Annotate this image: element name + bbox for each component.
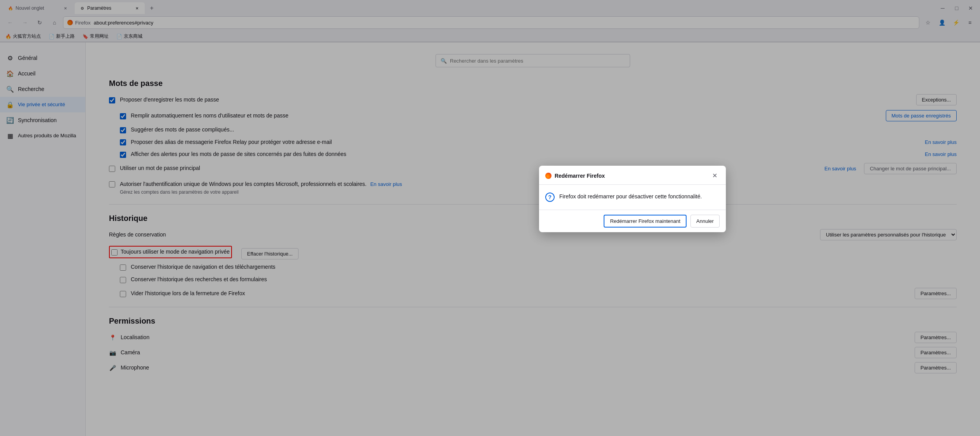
history-header: Règles de conservation Utiliser les para… <box>109 229 957 240</box>
checkbox-auth-windows[interactable] <box>109 181 115 187</box>
cancel-button[interactable]: Annuler <box>690 215 720 228</box>
sync-icon: ⚡ <box>953 19 959 26</box>
checkbox-suggest-complex[interactable] <box>120 127 126 133</box>
account-button[interactable]: 👤 <box>936 16 948 29</box>
label-clear-on-close: Vider l'historique lors de la fermeture … <box>131 290 910 298</box>
row-suggest-complex: Suggérer des mots de passe compliqués... <box>120 126 957 134</box>
checkbox-keep-nav[interactable] <box>120 264 126 271</box>
search-box[interactable]: 🔍 <box>436 54 630 67</box>
always-private-row-highlighted: Toujours utiliser le mode de navigation … <box>109 246 232 258</box>
search-settings-input[interactable] <box>450 58 625 64</box>
camera-settings-button[interactable]: Paramètres... <box>915 347 957 358</box>
checkbox-clear-on-close[interactable] <box>120 291 126 297</box>
address-favicon <box>67 20 73 25</box>
home-button[interactable]: ⌂ <box>48 16 61 29</box>
checkbox-use-master[interactable] <box>109 166 115 172</box>
restart-now-button[interactable]: Redémarrer Firefox maintenant <box>604 215 687 228</box>
sidebar-label-sync: Synchronisation <box>18 117 57 123</box>
row-propose-save: Proposer d'enregistrer les mots de passe… <box>109 94 957 105</box>
star-icon: ☆ <box>926 19 931 26</box>
clear-history-button[interactable]: Effacer l'historique... <box>241 248 299 259</box>
label-keep-search: Conserver l'historique des recherches et… <box>131 276 957 284</box>
dialog-title: Redémarrer Firefox <box>555 173 605 179</box>
history-dropdown[interactable]: Utiliser les paramètres personnalisés po… <box>820 229 957 240</box>
permissions-section: Permissions 📍 Localisation Paramètres...… <box>109 317 957 373</box>
history-section: Historique Règles de conservation Utilis… <box>109 214 957 299</box>
history-title: Historique <box>109 214 957 223</box>
sidebar-label-home: Accueil <box>18 70 35 77</box>
sidebar-item-search[interactable]: 🔍 Recherche <box>0 81 85 97</box>
bookmark-icon-2: 📄 <box>49 34 54 39</box>
location-settings-button[interactable]: Paramètres... <box>915 332 957 343</box>
bookmark-label-1: 火狐官方站点 <box>13 33 41 40</box>
search-box-container: 🔍 <box>109 54 957 67</box>
window-close-button[interactable]: ✕ <box>964 2 977 14</box>
new-tab-button[interactable]: + <box>146 3 157 14</box>
reload-icon: ↻ <box>37 19 42 26</box>
checkbox-keep-search[interactable] <box>120 277 126 283</box>
row-keep-search: Conserver l'historique des recherches et… <box>120 276 957 284</box>
dialog-header: Redémarrer Firefox ✕ <box>539 166 726 185</box>
restore-button[interactable]: □ <box>950 2 963 14</box>
label-auth-windows: Autoriser l'authentification unique de W… <box>120 181 367 187</box>
sync-sidebar-icon: 🔄 <box>6 116 14 124</box>
location-label: Localisation <box>121 334 910 341</box>
mozilla-icon: ▦ <box>6 132 14 140</box>
forward-button[interactable]: → <box>19 16 31 29</box>
sidebar-item-general[interactable]: ⚙ Général <box>0 50 85 66</box>
back-button[interactable]: ← <box>4 16 16 29</box>
history-sub-options: Conserver l'historique de navigation et … <box>109 263 957 299</box>
dialog-close-button[interactable]: ✕ <box>710 171 720 180</box>
tab-settings-close[interactable]: ✕ <box>134 5 140 11</box>
permission-camera-row: 📷 Caméra Paramètres... <box>109 347 957 358</box>
bookmark-item-1[interactable]: 🔥 火狐官方站点 <box>4 32 42 40</box>
checkbox-display-alerts[interactable] <box>120 152 126 158</box>
camera-icon: 📷 <box>109 349 116 356</box>
microphone-settings-button[interactable]: Paramètres... <box>915 362 957 373</box>
saved-passwords-button[interactable]: Mots de passe enregistrés <box>886 110 957 121</box>
learn-more-aliases[interactable]: En savoir plus <box>925 139 957 145</box>
address-prefix: Firefox <box>75 20 91 26</box>
sidebar-item-mozilla[interactable]: ▦ Autres produits de Mozilla <box>0 128 85 144</box>
minimize-button[interactable]: ─ <box>936 2 949 14</box>
exceptions-button[interactable]: Exceptions... <box>916 94 957 105</box>
sidebar-item-sync[interactable]: 🔄 Synchronisation <box>0 112 85 128</box>
sidebar-label-general: Général <box>18 55 37 61</box>
tab-new-label: Nouvel onglet <box>16 5 44 11</box>
row-auth-windows: Autoriser l'authentification unique de W… <box>109 179 957 197</box>
learn-more-alerts[interactable]: En savoir plus <box>925 151 957 157</box>
bookmark-label-3: 常用网址 <box>90 33 109 40</box>
sidebar-label-privacy: Vie privée et sécurité <box>18 102 65 108</box>
reload-button[interactable]: ↻ <box>33 16 46 29</box>
label-suggest-complex: Suggérer des mots de passe compliqués... <box>131 126 957 134</box>
bookmark-label-4: 京东商城 <box>124 33 142 40</box>
checkbox-propose-aliases[interactable] <box>120 139 126 145</box>
bookmark-item-2[interactable]: 📄 新手上路 <box>47 32 76 40</box>
history-settings-button[interactable]: Paramètres... <box>915 288 957 299</box>
address-bar[interactable]: Firefox about:preferences#privacy <box>63 16 919 29</box>
account-icon: 👤 <box>939 19 945 26</box>
menu-button[interactable]: ≡ <box>964 16 976 29</box>
bookmark-icon-4: 📄 <box>116 34 122 39</box>
row-clear-on-close: Vider l'historique lors de la fermeture … <box>120 288 957 299</box>
tab-new-close[interactable]: ✕ <box>62 5 68 11</box>
checkbox-propose-save[interactable] <box>109 97 115 103</box>
checkbox-autofill[interactable] <box>120 113 126 119</box>
sidebar-item-privacy[interactable]: 🔒 Vie privée et sécurité <box>0 97 85 112</box>
change-master-button[interactable]: Changer le mot de passe principal... <box>864 163 957 174</box>
star-button[interactable]: ☆ <box>922 16 934 29</box>
sync-button[interactable]: ⚡ <box>950 16 962 29</box>
row-keep-nav: Conserver l'historique de navigation et … <box>120 263 957 271</box>
microphone-label: Microphone <box>121 364 910 372</box>
bookmark-item-4[interactable]: 📄 京东商城 <box>115 32 144 40</box>
checkbox-always-private[interactable] <box>111 249 118 256</box>
bookmarks-bar: 🔥 火狐官方站点 📄 新手上路 🔖 常用网址 📄 京东商城 <box>0 31 980 42</box>
tab-settings[interactable]: ⚙ Paramètres ✕ <box>75 2 145 14</box>
label-propose-aliases: Proposer des alias de messagerie Firefox… <box>131 138 920 146</box>
bookmark-item-3[interactable]: 🔖 常用网址 <box>81 32 110 40</box>
tab-new-onglet[interactable]: 🔥 Nouvel onglet ✕ <box>3 2 73 14</box>
learn-more-master[interactable]: En savoir plus <box>824 166 856 172</box>
sidebar-item-home[interactable]: 🏠 Accueil <box>0 66 85 81</box>
manage-accounts-text: Gérez les comptes dans les paramètres de… <box>120 189 402 195</box>
learn-more-windows[interactable]: En savoir plus <box>370 181 402 187</box>
